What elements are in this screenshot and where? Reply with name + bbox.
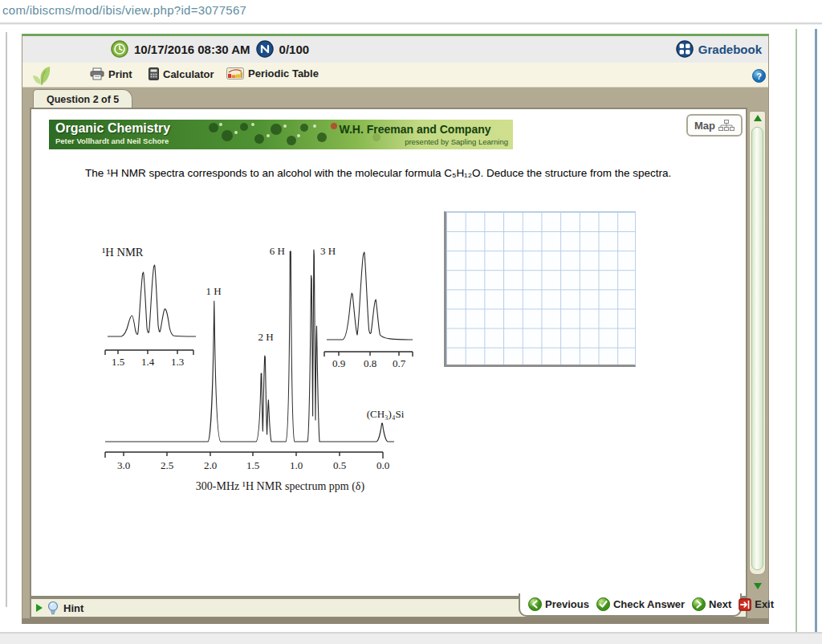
print-button[interactable]: Print xyxy=(90,67,132,80)
axis-tick: 0.8 xyxy=(364,357,376,369)
nav-button-bar: Previous Check Answer Next xyxy=(519,593,742,617)
peak-label-1h: 1 H xyxy=(206,285,221,297)
browser-divider xyxy=(0,22,822,25)
sitemap-icon xyxy=(718,120,735,132)
nmr-inset-right-axis xyxy=(324,352,413,357)
nmr-inset-left-axis xyxy=(105,350,193,355)
periodic-table-button[interactable]: Periodic Table xyxy=(226,67,319,79)
axis-tick: 1.3 xyxy=(171,356,184,368)
score-icon xyxy=(256,40,274,58)
due-datetime: 10/17/2016 08:30 AM xyxy=(134,43,250,56)
axis-tick: 0.7 xyxy=(393,357,406,369)
tab-row: Question 2 of 5 xyxy=(22,88,768,110)
exit-icon xyxy=(739,598,751,611)
nmr-inset-right-trace xyxy=(327,252,413,340)
check-answer-button[interactable]: Check Answer xyxy=(596,597,685,611)
axis-tick: 1.0 xyxy=(290,459,303,471)
exit-button[interactable]: Exit xyxy=(739,598,774,611)
axis-tick: 2.0 xyxy=(204,459,217,471)
help-icon[interactable]: ? xyxy=(752,69,766,83)
printer-icon xyxy=(90,67,104,80)
peak-label-3h: 3 H xyxy=(320,245,336,257)
gradebook-link[interactable]: Gradebook xyxy=(676,40,762,58)
right-panel-line xyxy=(815,29,817,644)
previous-label: Previous xyxy=(545,598,589,610)
expand-arrow-icon xyxy=(36,604,43,612)
calculator-button[interactable]: Calculator xyxy=(149,67,214,80)
status-header: 10/17/2016 08:30 AM 0/100 Gradebook xyxy=(22,36,768,63)
periodic-table-icon xyxy=(226,67,244,79)
spectrum-caption: 300-MHz ¹H NMR spectrum ppm (δ) xyxy=(196,480,365,493)
nmr-spectrum: 3.0 2.5 2.0 1.5 1.0 0.5 0.0 300-MHz ¹H N… xyxy=(87,235,438,502)
tms-label: (CH₃)₄Si xyxy=(367,408,405,420)
banner-presented-by: presented by Sapling Learning xyxy=(405,137,508,146)
scroll-down-button[interactable] xyxy=(751,580,764,593)
question-content-panel: Organic Chemistry Peter Vollhardt and Ne… xyxy=(30,108,747,597)
arrow-down-icon xyxy=(754,583,762,589)
next-button[interactable]: Next xyxy=(692,597,731,611)
question-text: The ¹H NMR spectra corresponds to an alc… xyxy=(85,165,719,182)
svg-text:?: ? xyxy=(756,71,762,81)
calculator-label: Calculator xyxy=(163,68,214,80)
banner-publisher: W.H. Freeman and Company xyxy=(320,123,510,136)
peak-label-6h: 6 H xyxy=(270,245,285,257)
banner-title: Organic Chemistry xyxy=(55,121,170,136)
axis-tick: 1.5 xyxy=(112,356,124,368)
axis-tick: 1.5 xyxy=(246,459,259,471)
check-answer-label: Check Answer xyxy=(613,598,685,610)
calculator-icon xyxy=(149,67,159,80)
periodic-table-label: Periodic Table xyxy=(248,67,319,79)
gradebook-icon xyxy=(676,40,694,58)
gradebook-label: Gradebook xyxy=(698,43,762,56)
scroll-up-button[interactable] xyxy=(751,112,764,124)
scrollbar-thumb[interactable] xyxy=(751,127,763,570)
next-icon xyxy=(692,597,706,611)
app-frame: 10/17/2016 08:30 AM 0/100 Gradebook xyxy=(22,34,769,624)
sapling-logo-icon xyxy=(31,64,56,86)
right-green-line xyxy=(796,29,797,644)
structure-drawing-grid[interactable] xyxy=(444,211,636,367)
hint-label: Hint xyxy=(63,602,83,614)
textbook-banner: Organic Chemistry Peter Vollhardt and Ne… xyxy=(49,120,513,149)
nmr-main-axis xyxy=(105,452,383,459)
map-button-label: Map xyxy=(694,120,715,132)
print-label: Print xyxy=(108,68,132,80)
axis-tick: 0.9 xyxy=(332,357,345,369)
address-url[interactable]: com/ibiscms/mod/ibis/view.php?id=3077567 xyxy=(2,3,246,17)
exit-label: Exit xyxy=(755,598,774,610)
clock-icon xyxy=(111,40,128,58)
check-icon xyxy=(596,597,610,611)
left-border-line xyxy=(6,32,7,607)
previous-button[interactable]: Previous xyxy=(528,597,589,611)
axis-tick: 1.4 xyxy=(141,356,155,368)
axis-tick: 0.5 xyxy=(333,459,346,471)
axis-tick: 0.0 xyxy=(376,459,389,471)
banner-authors: Peter Vollhardt and Neil Schore xyxy=(55,137,169,145)
bottom-taskbar-strip xyxy=(0,632,822,644)
spectrum-title: ¹H NMR xyxy=(102,246,144,259)
peak-label-2h: 2 H xyxy=(258,331,273,343)
nmr-inset-left-trace xyxy=(108,265,196,336)
hint-bulb-icon xyxy=(47,601,59,615)
next-label: Next xyxy=(709,598,731,610)
score-value: 0/100 xyxy=(279,43,310,56)
vertical-scrollbar[interactable] xyxy=(749,111,766,596)
nmr-main-trace xyxy=(105,250,394,442)
map-button[interactable]: Map xyxy=(686,114,743,137)
axis-tick: 2.5 xyxy=(161,459,173,471)
arrow-up-icon xyxy=(754,115,762,121)
toolbar: Print Calculator xyxy=(22,63,768,88)
attempt-status: 10/17/2016 08:30 AM 0/100 xyxy=(111,40,309,58)
previous-icon xyxy=(528,597,542,611)
axis-tick: 3.0 xyxy=(117,459,130,471)
